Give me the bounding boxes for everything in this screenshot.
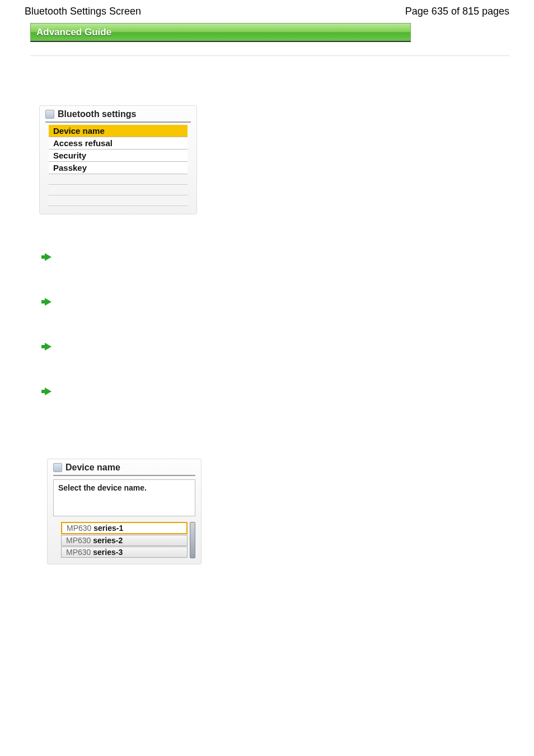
device-option-suffix: series-3: [93, 548, 123, 557]
device-option-suffix: series-1: [93, 524, 123, 533]
device-option-suffix: series-2: [93, 536, 123, 545]
device-option-3[interactable]: MP630 series-3: [61, 547, 188, 558]
device-name-list: MP630 series-1 MP630 series-2 MP630 seri…: [53, 522, 188, 558]
device-option-prefix: MP630: [66, 548, 93, 557]
device-option-prefix: MP630: [67, 524, 93, 533]
advanced-guide-label: Advanced Guide: [36, 27, 111, 38]
arrow-right-icon: [45, 388, 51, 395]
menu-item-device-name[interactable]: Device name: [49, 125, 188, 137]
device-option-prefix: MP630: [66, 536, 93, 545]
menu-item-security[interactable]: Security: [49, 150, 188, 162]
bluetooth-icon: [45, 110, 54, 119]
scrollbar[interactable]: [190, 522, 195, 558]
arrow-right-icon: [45, 343, 51, 351]
menu-item-access-refusal[interactable]: Access refusal: [49, 137, 188, 150]
device-option-2[interactable]: MP630 series-2: [61, 535, 188, 546]
blank-row: [49, 185, 188, 195]
bluetooth-settings-title: Bluetooth settings: [58, 109, 136, 119]
device-icon: [53, 463, 62, 472]
device-name-instruction: Select the device name.: [53, 479, 195, 516]
device-name-title: Device name: [65, 463, 120, 473]
bluetooth-settings-list: Device name Access refusal Security Pass…: [49, 125, 188, 206]
device-option-1[interactable]: MP630 series-1: [61, 522, 188, 534]
separator-line: [30, 55, 509, 56]
arrow-right-icon: [45, 298, 51, 306]
blank-row: [49, 174, 188, 185]
arrow-right-icon: [45, 253, 51, 261]
device-name-panel: Device name Select the device name. MP63…: [47, 459, 202, 564]
menu-item-passkey[interactable]: Passkey: [49, 162, 188, 174]
bluetooth-settings-panel: Bluetooth settings Device name Access re…: [39, 105, 197, 214]
advanced-guide-banner: Advanced Guide: [30, 23, 411, 42]
page-title: Bluetooth Settings Screen: [25, 6, 141, 17]
blank-row: [49, 195, 188, 206]
page-counter: Page 635 of 815 pages: [405, 6, 509, 17]
